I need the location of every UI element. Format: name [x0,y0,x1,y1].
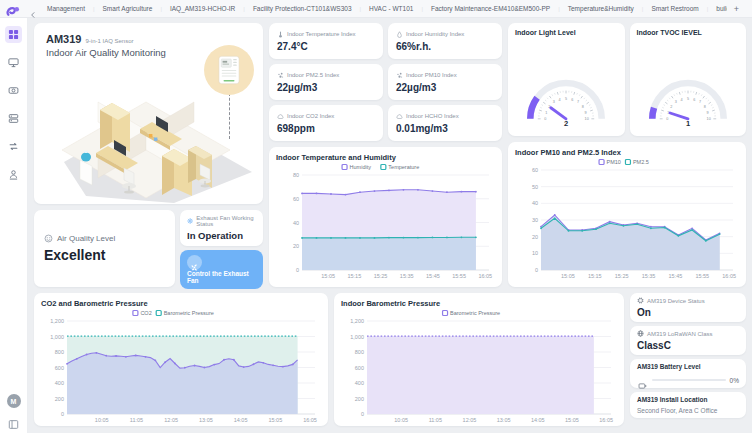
co2-pressure-chart-card: CO2 and Barometric Pressure 020040060080… [34,293,328,426]
co2-pressure-chart: 02004006008001,0001,20010:0511:0512:0513… [41,308,321,424]
svg-text:10: 10 [532,250,538,256]
thermometer-icon [277,31,284,38]
svg-text:14:05: 14:05 [531,417,545,423]
sidebar-item-devices[interactable] [5,54,22,71]
svg-text:Barometric Pressure: Barometric Pressure [164,310,214,316]
metric-label: Indoor PM10 Index [406,72,457,78]
tab-factory-maintenance-em410-em500-pp[interactable]: Factory Maintenance-EM410&EM500-PP [423,0,558,17]
svg-text:0: 0 [61,411,64,417]
control-exhaust-fan-label: Control the Exhaust Fan [187,270,256,284]
metric-tile-4: Indoor CO2 Index698ppm [269,105,383,141]
pm-chart: 010203040506015:0515:1515:2515:3515:4515… [515,157,739,280]
sidebar-item-dashboard[interactable] [5,26,22,43]
svg-text:1,000: 1,000 [50,334,64,340]
chart-title: Indoor Barometric Pressure [341,299,617,308]
svg-text:CO2: CO2 [140,310,151,316]
svg-text:16:05: 16:05 [478,273,492,279]
svg-text:14:05: 14:05 [234,417,248,423]
milesight-logo [6,3,21,15]
tab-facility-protection-ct101-ws303[interactable]: Facility Protection-CT101&WS303 [245,0,360,17]
svg-text:PM2.5: PM2.5 [633,159,649,165]
svg-text:8: 8 [582,105,584,109]
avatar[interactable]: M [7,394,21,408]
battery-level-slider[interactable] [652,379,726,381]
sidebar-collapse-icon[interactable] [8,416,19,427]
tab-management[interactable]: Management [39,0,93,17]
tab-smart-agriculture[interactable]: Smart Agriculture [95,0,161,17]
svg-text:30: 30 [532,217,538,223]
svg-text:10:05: 10:05 [394,417,408,423]
control-exhaust-fan-button[interactable]: Control the Exhaust Fan [180,250,263,289]
svg-text:2: 2 [670,105,672,109]
gauge-title: Indoor Light Level [515,29,618,36]
tab-building[interactable]: building [708,0,726,17]
svg-text:Barometric Pressure: Barometric Pressure [450,310,500,316]
sensor-device-image [218,55,240,85]
globe-icon [637,330,644,337]
sidebar-item-user[interactable] [5,166,22,183]
svg-text:0: 0 [545,117,547,121]
tvoc-level-gauge-card: Indoor TVOC lEVEL 0123456789101 [630,23,747,136]
svg-text:10:05: 10:05 [95,417,109,423]
svg-text:15:05: 15:05 [561,273,575,279]
svg-text:11:05: 11:05 [429,417,442,423]
metric-value: 0.01mg/m3 [396,123,494,134]
metric-tile-1: Indoor Humidity Index66%r.h. [388,23,502,59]
svg-text:2: 2 [564,119,568,128]
svg-text:16:05: 16:05 [722,273,736,279]
svg-text:15:25: 15:25 [374,273,388,279]
sidebar-item-workflow[interactable] [5,138,22,155]
svg-text:400: 400 [55,380,64,386]
svg-text:13:05: 13:05 [199,417,213,423]
svg-text:15:15: 15:15 [347,273,361,279]
tab-iaq-am319-hcho-ir[interactable]: IAQ_AM319-HCHO-IR [162,0,243,17]
svg-text:0: 0 [296,267,299,273]
sidebar-item-gateway[interactable] [5,82,22,99]
tab-smart-restroom[interactable]: Smart Restroom [643,0,706,17]
svg-text:4: 4 [680,98,682,102]
svg-text:6: 6 [693,98,695,102]
metric-tiles: Indoor Temperature Index27.4°CIndoor Hum… [269,23,502,141]
sidebar-item-server[interactable] [5,110,22,127]
gear-icon [187,217,193,225]
tab-temperature-humidity[interactable]: Temperature&Humidity [560,0,642,17]
svg-text:0: 0 [535,267,538,273]
air-quality-label: Air Quality Level [57,234,115,243]
sensor-connector-line [229,93,230,139]
pm-icon [277,72,284,79]
metric-value: 27.4°C [277,41,375,52]
svg-text:15:45: 15:45 [426,273,440,279]
svg-text:Humidity: Humidity [350,164,372,170]
metric-value: 22µg/m3 [277,82,375,93]
svg-text:10: 10 [706,117,710,121]
chart-title: Indoor Temperature and Humidity [276,153,495,162]
sidebar: M [0,18,28,433]
metric-tile-2: Indoor PM2.5 Index22µg/m3 [269,64,383,100]
chart-title: Indoor PM10 and PM2.5 Index [515,148,739,157]
svg-text:15:25: 15:25 [615,273,629,279]
svg-text:3: 3 [675,100,677,104]
svg-text:15:15: 15:15 [588,273,602,279]
svg-text:PM10: PM10 [607,159,621,165]
svg-text:9: 9 [706,111,708,115]
lorawan-class-label: AM319 LoRaWAN Class [647,331,712,337]
svg-text:7: 7 [577,100,579,104]
device-status-card: AM319 Device Status On [630,293,746,322]
chevron-left-icon[interactable] [29,5,37,13]
svg-text:12:05: 12:05 [164,417,178,423]
metric-value: 698ppm [277,123,375,134]
metric-value: 22µg/m3 [396,82,494,93]
battery-level-label: AM319 Battery Level [637,363,739,370]
battery-percent: 0% [730,377,739,384]
sensor-hero-card: AM319 9-in-1 IAQ Sensor Indoor Air Quali… [34,23,263,204]
air-quality-value: Excellent [44,247,165,263]
install-location-label: AM319 Install Location [637,396,739,403]
tab-hvac-wt101[interactable]: HVAC - WT101 [361,0,421,17]
svg-text:50: 50 [532,184,538,190]
add-tab-button[interactable]: + [727,4,746,14]
metric-tile-0: Indoor Temperature Index27.4°C [269,23,383,59]
svg-text:60: 60 [532,167,538,173]
battery-icon [637,376,648,384]
svg-text:1: 1 [686,119,690,128]
metric-label: Indoor Humidity Index [406,31,464,37]
